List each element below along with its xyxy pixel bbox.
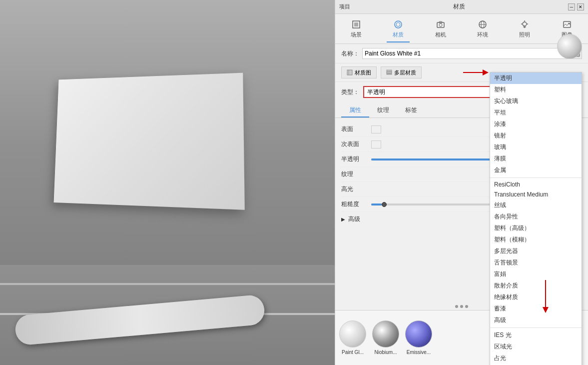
material-sphere-1 [372,320,399,348]
image-icon [562,20,572,30]
material-map-button[interactable]: 材质图 [341,66,377,78]
surface-color[interactable] [371,126,381,134]
preview-sphere [557,34,582,59]
3d-viewport [0,0,335,365]
minimize-button[interactable]: ─ [568,4,575,10]
roughness-label: 粗糙度 [341,200,371,208]
tab-light-label: 照明 [519,31,530,38]
highlight-label: 高光 [341,185,371,194]
svg-point-10 [523,22,527,26]
dropdown-item-advanced[interactable]: 高级 [490,314,582,326]
title-bar: 项目 材质 ─ ✕ [335,0,588,14]
dot-1 [455,305,458,308]
3d-box [54,73,245,210]
material-thumb-2[interactable]: Emissive... [405,320,432,355]
tab-scene[interactable]: 场景 [345,18,368,40]
dropdown-item-tongdun[interactable]: 舌苔顿景 [490,257,582,268]
dropdown-item-ies[interactable]: IES 光 [490,330,582,341]
dropdown-item-metal[interactable]: 金属 [490,164,582,176]
dropdown-item-velvet[interactable]: 丝绒 [490,200,582,211]
multi-layer-button[interactable]: 多层材质 [381,66,422,78]
advanced-arrow-icon: ▶ [341,216,345,222]
material-panel: 项目 材质 ─ ✕ 场景 材质 [335,0,588,365]
svg-rect-23 [387,72,392,73]
material-sphere-0 [339,320,366,348]
texture-label: 纹理 [341,170,371,178]
dropdown-item-scatter[interactable]: 散射介质 [490,280,582,292]
svg-point-17 [568,22,570,24]
sub-tab-properties-label: 属性 [349,106,361,114]
toolbar-tabs: 场景 材质 相机 [335,14,588,44]
dropdown-item-storepaint[interactable]: 蓄漆 [490,303,582,314]
window-controls: ─ ✕ [568,4,584,10]
sub-tab-texture[interactable]: 纹理 [369,104,397,118]
dropdown-item-fujuan[interactable]: 富娟 [490,268,582,280]
name-label: 名称： [341,50,359,58]
material-name-0: Paint Gl... [342,350,364,355]
dropdown-item-translucent[interactable]: 半透明 [490,72,582,84]
tab-material[interactable]: 材质 [387,18,410,40]
svg-rect-25 [387,74,392,74]
dropdown-item-multilayer[interactable]: 多层光器 [490,246,582,257]
svg-rect-16 [564,22,571,28]
camera-icon [436,20,446,30]
panel-section-label: 项目 [339,3,350,10]
surface-label: 表面 [341,125,371,134]
tab-camera-label: 相机 [435,31,446,38]
light-icon [520,20,530,30]
sub-tab-properties[interactable]: 属性 [341,104,369,118]
type-label: 类型： [341,88,359,96]
dot-3 [465,305,468,308]
material-thumb-0[interactable]: Paint Gl... [339,320,366,355]
sub-tab-texture-label: 纹理 [377,106,389,114]
svg-rect-21 [347,70,352,75]
scene-icon [351,20,361,30]
close-button[interactable]: ✕ [577,4,584,10]
dropdown-item-resicloth[interactable]: ResiCloth [490,180,582,190]
dropdown-item-flat[interactable]: 平坦 [490,107,582,118]
svg-rect-24 [387,70,392,71]
svg-rect-1 [354,22,358,26]
subsurface-label: 次表面 [341,140,371,148]
material-thumb-1[interactable]: Niobium... [372,320,399,355]
dropdown-item-paint[interactable]: 涂漆 [490,118,582,130]
sub-tab-tags-label: 标签 [405,106,417,114]
tab-camera[interactable]: 相机 [429,18,452,40]
material-map-label: 材质图 [355,69,371,76]
advanced-label: 高级 [348,215,360,224]
tab-env[interactable]: 环境 [471,18,494,40]
dropdown-item-insulate[interactable]: 绝缘材质 [490,292,582,303]
type-dropdown-menu: 半透明 塑料 实心玻璃 平坦 涂漆 镜射 玻璃 薄膜 金属 ResiCloth … [490,72,582,365]
dropdown-sep-2 [490,328,582,328]
dropdown-item-plastic-adv[interactable]: 塑料（高级） [490,222,582,234]
material-sphere-2 [405,320,432,348]
dropdown-item-plastic[interactable]: 塑料 [490,84,582,96]
tab-material-label: 材质 [393,31,404,38]
svg-point-2 [395,21,402,28]
panel-title: 材质 [453,2,465,11]
dropdown-item-mirror[interactable]: 镜射 [490,130,582,142]
dropdown-sep-1 [490,178,582,178]
translucency-label: 半透明 [341,155,371,164]
dropdown-item-film[interactable]: 薄膜 [490,153,582,164]
dropdown-item-area[interactable]: 区域光 [490,341,582,352]
tab-light[interactable]: 照明 [513,18,536,40]
dropdown-item-anisotropic[interactable]: 各向异性 [490,211,582,222]
dropdown-item-translucent-medium[interactable]: Translucent Medium [490,190,582,200]
svg-point-3 [396,22,400,26]
dropdown-item-solid-glass[interactable]: 实心玻璃 [490,96,582,107]
material-name-2: Emissive... [407,350,431,355]
tab-scene-label: 场景 [351,31,362,38]
dropdown-item-ambient[interactable]: 占光 [490,352,582,364]
material-icon [393,20,403,30]
dot-2 [460,305,463,308]
name-input[interactable] [362,48,568,59]
type-value: 半透明 [367,88,385,96]
name-row: 名称： [335,44,588,64]
sub-tab-tags[interactable]: 标签 [397,104,425,118]
dropdown-item-plastic-blur[interactable]: 塑料（模糊） [490,234,582,246]
subsurface-color[interactable] [371,140,381,148]
multi-layer-label: 多层材质 [394,69,416,76]
dropdown-item-glass[interactable]: 玻璃 [490,142,582,153]
material-name-1: Niobium... [374,350,397,355]
